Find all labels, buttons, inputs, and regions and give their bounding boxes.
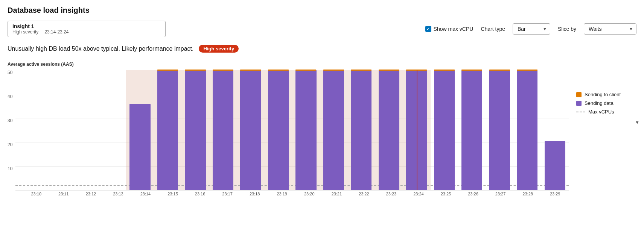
bar-orange: [240, 70, 261, 71]
bar-group: [154, 70, 181, 190]
bar-purple: [185, 70, 206, 190]
x-label: 23:20: [295, 192, 323, 196]
slice-by-label: Slice by: [558, 26, 576, 32]
vcpu-checkbox[interactable]: ✓: [425, 26, 431, 32]
bar-purple: [295, 70, 316, 190]
bar-orange: [434, 70, 455, 71]
bar-purple: [240, 70, 261, 190]
sending-to-client-color: [576, 92, 582, 97]
x-label: 23:17: [214, 192, 241, 196]
bar-orange: [461, 70, 482, 71]
max-vcpu-dash: [576, 112, 585, 112]
bar-orange: [323, 70, 344, 71]
show-vcpu-toggle[interactable]: ✓ Show max vCPU: [425, 26, 473, 32]
bar-orange: [517, 70, 537, 71]
x-label: 23:12: [77, 192, 105, 196]
y-axis: 5040302010: [8, 70, 15, 190]
x-label: 23:13: [105, 192, 132, 196]
bar-group: [265, 70, 292, 190]
chart-type-chevron: ▼: [543, 27, 547, 31]
grid-line: [15, 190, 569, 191]
bar-orange: [185, 70, 206, 71]
insight-severity: High severity: [12, 29, 38, 35]
chart-type-dropdown[interactable]: Bar ▼: [513, 23, 550, 35]
bar-purple: [461, 70, 482, 190]
bar-group: [71, 70, 98, 190]
bar-group: [320, 70, 347, 190]
chart-plot: [15, 70, 569, 190]
insight-time-range: 23:14-23:24: [44, 29, 69, 35]
bar-group: [541, 70, 569, 190]
legend-max-vcpu: Max vCPUs: [576, 109, 636, 115]
bar-purple: [129, 104, 150, 190]
sending-data-color: [576, 101, 582, 106]
y-tick: 40: [8, 94, 12, 99]
bar-purple: [323, 70, 344, 190]
bar-orange: [295, 70, 316, 71]
x-label: 23:22: [350, 192, 378, 196]
legend-sending-data: Sending data: [576, 100, 636, 106]
x-label: 23:24: [405, 192, 432, 196]
chart-area: Average active sessions (AAS) 5040302010…: [8, 62, 569, 196]
x-label: 23:26: [460, 192, 487, 196]
sending-to-client-label: Sending to client: [585, 92, 621, 97]
bar-orange: [379, 70, 399, 71]
alert-row: Unusually high DB load 50x above typical…: [8, 45, 636, 53]
bar-purple: [351, 70, 371, 190]
x-label: 23:19: [268, 192, 296, 196]
x-label: 23:16: [186, 192, 214, 196]
sending-data-label: Sending data: [585, 100, 614, 106]
y-axis-label: Average active sessions (AAS): [8, 62, 569, 67]
bar-purple: [213, 70, 233, 190]
y-tick: 30: [8, 118, 12, 123]
bar-group: [486, 70, 513, 190]
x-label: 23:21: [323, 192, 350, 196]
bar-group: [347, 70, 375, 190]
x-label: 23:14: [132, 192, 159, 196]
chart-inner: 5040302010: [8, 70, 569, 190]
x-label: 23:27: [487, 192, 514, 196]
bars-container: [15, 70, 569, 190]
bar-orange: [213, 70, 233, 71]
x-label: 23:18: [241, 192, 268, 196]
bar-group: [209, 70, 237, 190]
insight-dropdown-chevron: ▼: [635, 120, 639, 125]
bar-group: [181, 70, 209, 190]
bar-group: [513, 70, 541, 190]
x-label: 23:10: [23, 192, 50, 196]
x-axis: 23:1023:1123:1223:1323:1423:1523:1623:17…: [23, 190, 569, 196]
bar-group: [237, 70, 264, 190]
slice-by-chevron: ▼: [629, 27, 633, 31]
show-vcpu-label-text: Show max vCPU: [434, 26, 473, 32]
bar-purple: [268, 70, 289, 190]
y-tick: 50: [8, 70, 12, 75]
legend-sending-to-client: Sending to client: [576, 92, 636, 97]
insight-name: Insight 1: [12, 23, 152, 29]
insight-selector[interactable]: Insight 1 High severity 23:14-23:24 ▼: [8, 21, 166, 37]
bar-orange: [351, 70, 371, 71]
slice-by-value: Waits: [589, 26, 601, 32]
slice-by-dropdown[interactable]: Waits ▼: [584, 23, 636, 35]
x-label: 23:29: [541, 192, 569, 196]
vertical-marker: [417, 70, 417, 190]
alert-message: Unusually high DB load 50x above typical…: [8, 45, 193, 52]
severity-badge: High severity: [199, 45, 239, 53]
x-label: 23:25: [432, 192, 460, 196]
bar-group: [99, 70, 126, 190]
controls-row: Insight 1 High severity 23:14-23:24 ▼ ✓ …: [8, 21, 636, 37]
chart-container: Average active sessions (AAS) 5040302010…: [8, 62, 636, 196]
legend: Sending to client Sending data Max vCPUs: [576, 62, 636, 115]
bar-purple: [379, 70, 399, 190]
y-tick: 10: [8, 166, 12, 171]
bar-purple: [157, 70, 178, 190]
bar-orange: [268, 70, 289, 71]
x-label: 23:23: [378, 192, 405, 196]
bar-group: [126, 70, 154, 190]
bar-group: [292, 70, 320, 190]
bar-group: [43, 70, 71, 190]
bar-group: [431, 70, 458, 190]
bar-group: [15, 70, 43, 190]
chart-type-label: Chart type: [481, 26, 505, 32]
x-label: 23:28: [514, 192, 542, 196]
bar-orange: [157, 70, 178, 71]
